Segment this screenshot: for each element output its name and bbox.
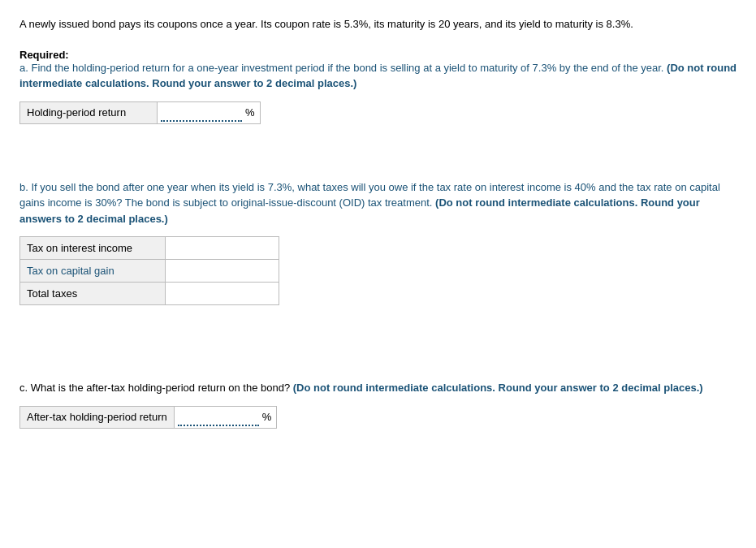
holding-period-return-unit: % [245,106,260,119]
part-c-question: c. What is the after-tax holding-period … [19,380,737,396]
intro-paragraph: A newly issued bond pays its coupons onc… [19,16,737,32]
part-a-section: a. Find the holding-period return for a … [19,60,737,124]
part-c-question-text: c. What is the after-tax holding-period … [19,382,293,394]
tax-capital-gain-input[interactable] [172,265,272,277]
table-row: Total taxes [20,283,279,305]
holding-period-return-label: Holding-period return [19,101,158,124]
part-a-question-text: a. Find the holding-period return for a … [19,62,737,90]
after-tax-return-unit: % [262,411,277,423]
tax-table: Tax on interest income Tax on capital ga… [19,236,279,305]
after-tax-return-row: After-tax holding-period return % [19,406,737,429]
tax-capital-gain-cell [166,260,279,283]
part-c-section: c. What is the after-tax holding-period … [19,380,737,429]
holding-period-return-row: Holding-period return % [19,101,737,124]
tax-interest-cell [166,237,279,260]
part-c-instruction: (Do not round intermediate calculations.… [293,382,703,394]
total-taxes-cell [166,283,279,305]
part-a-question: a. Find the holding-period return for a … [19,60,737,92]
holding-period-return-input[interactable] [161,104,242,122]
part-b-question: b. If you sell the bond after one year w… [19,179,737,227]
after-tax-return-label: After-tax holding-period return [19,406,175,429]
after-tax-return-input[interactable] [178,408,259,426]
tax-interest-input[interactable] [172,242,272,254]
part-a-question-blue: a. Find the holding-period return for a … [19,62,663,74]
total-taxes-input[interactable] [172,287,272,300]
tax-interest-label: Tax on interest income [20,237,166,260]
tax-capital-gain-label: Tax on capital gain [20,260,166,283]
intro-text: A newly issued bond pays its coupons onc… [19,18,633,30]
table-row: Tax on interest income [20,237,279,260]
table-row: Tax on capital gain [20,260,279,283]
holding-period-return-field-container: % [158,101,261,124]
tax-table-container: Tax on interest income Tax on capital ga… [19,236,737,305]
total-taxes-label: Total taxes [20,283,166,305]
after-tax-return-field-container: % [175,406,278,429]
part-b-section: b. If you sell the bond after one year w… [19,179,737,306]
required-label: Required: [19,49,737,57]
